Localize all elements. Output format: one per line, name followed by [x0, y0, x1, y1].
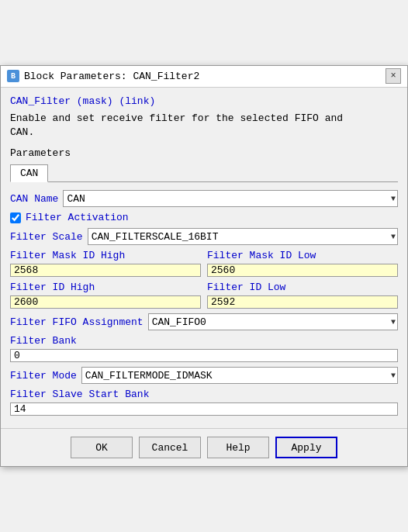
breadcrumb[interactable]: CAN_Filter (mask) (link): [10, 95, 398, 107]
filter-mask-id-high-group: Filter Mask ID High: [10, 250, 201, 277]
filter-scale-row: Filter Scale CAN_FILTERSCALE_16BIT CAN_F…: [10, 228, 398, 245]
filter-activation-checkbox[interactable]: [10, 212, 21, 223]
cancel-button[interactable]: Cancel: [139, 437, 201, 458]
can-name-select[interactable]: CAN: [63, 190, 398, 207]
filter-id-low-label: Filter ID Low: [207, 282, 398, 293]
filter-slave-start-bank-row: Filter Slave Start Bank: [10, 389, 398, 416]
filter-slave-start-bank-label: Filter Slave Start Bank: [10, 389, 398, 400]
filter-mask-id-low-group: Filter Mask ID Low: [207, 250, 398, 277]
filter-id-high-label: Filter ID High: [10, 282, 201, 293]
filter-activation-label: Filter Activation: [26, 212, 129, 223]
filter-bank-row: Filter Bank: [10, 335, 398, 362]
title-bar: B Block Parameters: CAN_Filter2 ×: [1, 66, 407, 88]
filter-mode-select-wrapper: CAN_FILTERMODE_IDMASK CAN_FILTERMODE_IDL…: [81, 367, 398, 384]
filter-mode-row: Filter Mode CAN_FILTERMODE_IDMASK CAN_FI…: [10, 367, 398, 384]
filter-id-low-input[interactable]: [207, 295, 398, 309]
filter-mask-id-low-input[interactable]: [207, 264, 398, 277]
help-button[interactable]: Help: [207, 437, 269, 458]
filter-mask-id-row: Filter Mask ID High Filter Mask ID Low: [10, 250, 398, 277]
filter-fifo-select[interactable]: CAN_FIFO0 CAN_FIFO1: [148, 313, 398, 330]
main-window: B Block Parameters: CAN_Filter2 × CAN_Fi…: [0, 65, 408, 467]
filter-mode-label: Filter Mode: [10, 370, 77, 382]
apply-button[interactable]: Apply: [275, 437, 337, 458]
tabs-row: CAN: [10, 164, 398, 182]
filter-id-high-input[interactable]: [10, 295, 201, 309]
description-text: Enable and set receive filter for the se…: [10, 112, 398, 140]
filter-fifo-select-wrapper: CAN_FIFO0 CAN_FIFO1 ▼: [148, 313, 398, 330]
filter-activation-row: Filter Activation: [10, 212, 398, 223]
filter-fifo-row: Filter FIFO Assignment CAN_FIFO0 CAN_FIF…: [10, 313, 398, 330]
title-bar-left: B Block Parameters: CAN_Filter2: [7, 70, 199, 82]
filter-id-row: Filter ID High Filter ID Low: [10, 282, 398, 309]
can-name-row: CAN Name CAN ▼: [10, 190, 398, 207]
filter-bank-input[interactable]: [10, 349, 398, 362]
parameters-label: Parameters: [10, 147, 398, 159]
filter-scale-select[interactable]: CAN_FILTERSCALE_16BIT CAN_FILTERSCALE_32…: [88, 228, 398, 245]
filter-mode-select[interactable]: CAN_FILTERMODE_IDMASK CAN_FILTERMODE_IDL…: [81, 367, 398, 384]
content-area: CAN_Filter (mask) (link) Enable and set …: [1, 88, 407, 428]
tab-can[interactable]: CAN: [10, 164, 48, 182]
filter-scale-label: Filter Scale: [10, 231, 83, 243]
button-row: OK Cancel Help Apply: [1, 428, 407, 466]
filter-id-low-group: Filter ID Low: [207, 282, 398, 309]
filter-id-high-group: Filter ID High: [10, 282, 201, 309]
ok-button[interactable]: OK: [71, 437, 133, 458]
window-title: Block Parameters: CAN_Filter2: [24, 71, 199, 82]
filter-scale-select-wrapper: CAN_FILTERSCALE_16BIT CAN_FILTERSCALE_32…: [88, 228, 398, 245]
close-button[interactable]: ×: [386, 68, 401, 84]
filter-fifo-label: Filter FIFO Assignment: [10, 316, 143, 328]
window-icon: B: [7, 70, 19, 82]
filter-mask-id-low-label: Filter Mask ID Low: [207, 250, 398, 261]
can-name-select-wrapper: CAN ▼: [63, 190, 398, 207]
can-name-label: CAN Name: [10, 193, 58, 205]
filter-slave-start-bank-input[interactable]: [10, 402, 398, 416]
filter-mask-id-high-label: Filter Mask ID High: [10, 250, 201, 261]
filter-mask-id-high-input[interactable]: [10, 264, 201, 277]
filter-bank-label: Filter Bank: [10, 335, 398, 347]
